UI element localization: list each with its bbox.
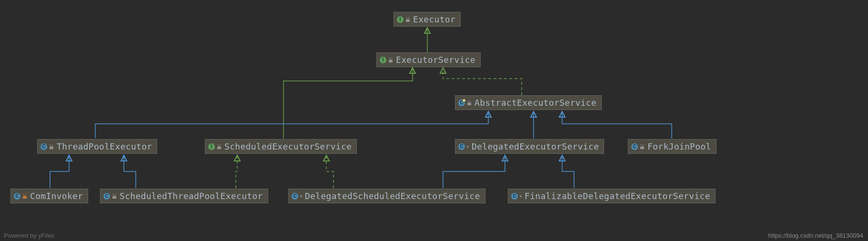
lock-icon (467, 100, 472, 105)
class-icon: C (631, 143, 638, 150)
class-icon: C (103, 193, 110, 200)
node-executor-service[interactable]: I ExecutorService (376, 52, 481, 67)
edges-layer (0, 0, 868, 241)
node-label: FinalizableDelegatedExecutorService (525, 191, 710, 201)
class-icon: C (458, 143, 465, 150)
node-abstract-executor-service[interactable]: C AbstractExecutorService (455, 95, 602, 110)
node-label: ScheduledExecutorService (224, 141, 352, 151)
node-label: DelegatedExecutorService (472, 141, 599, 151)
lock-icon (217, 144, 222, 149)
node-finalizable-delegated-executor-service[interactable]: C FinalizableDelegatedExecutorService (508, 189, 716, 203)
lock-icon (405, 17, 410, 22)
lock-icon (49, 144, 54, 149)
node-label: DelegatedScheduledExecutorService (305, 191, 480, 201)
node-thread-pool-executor[interactable]: C ThreadPoolExecutor (37, 139, 157, 154)
node-label: ComInvoker (30, 191, 83, 201)
watermark-right: https://blog.csdn.net/qq_38130094 (768, 232, 864, 239)
node-label: ExecutorService (396, 55, 475, 65)
lock-icon (22, 194, 27, 199)
lock-icon (640, 144, 645, 149)
node-label: ScheduledThreadPoolExecutor (120, 191, 263, 201)
visibility-dot-icon (467, 146, 469, 148)
class-icon: C (511, 193, 518, 200)
node-com-invoker[interactable]: C ComInvoker (10, 189, 88, 203)
class-icon: C (14, 193, 20, 200)
node-scheduled-thread-pool-executor[interactable]: C ScheduledThreadPoolExecutor (100, 189, 268, 203)
watermark-left: Powered by yFiles (4, 232, 54, 239)
class-icon: C (292, 193, 298, 200)
node-delegated-executor-service[interactable]: C DelegatedExecutorService (455, 139, 604, 154)
node-scheduled-executor-service[interactable]: I ScheduledExecutorService (205, 139, 357, 154)
node-delegated-scheduled-executor-service[interactable]: C DelegatedScheduledExecutorService (288, 189, 485, 203)
interface-icon: I (397, 16, 404, 23)
interface-icon: I (380, 57, 386, 63)
diagram-stage: I Executor I ExecutorService C AbstractE… (0, 0, 868, 241)
node-fork-join-pool[interactable]: C ForkJoinPool (628, 139, 717, 154)
node-label: AbstractExecutorService (474, 98, 596, 108)
node-label: ForkJoinPool (647, 141, 711, 151)
interface-icon: I (208, 143, 215, 150)
node-executor[interactable]: I Executor (394, 12, 461, 27)
lock-icon (388, 58, 393, 62)
visibility-dot-icon (300, 195, 302, 197)
class-icon: C (40, 143, 47, 150)
abstract-class-icon: C (458, 100, 465, 106)
visibility-dot-icon (520, 195, 522, 197)
lock-icon (112, 194, 117, 199)
node-label: Executor (413, 14, 455, 24)
node-label: ThreadPoolExecutor (57, 141, 152, 151)
